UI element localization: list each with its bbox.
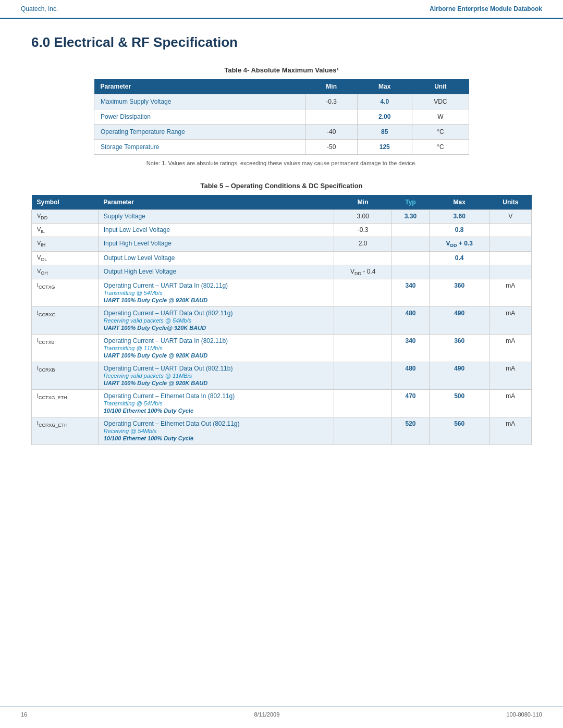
table5-param: Operating Current – UART Data In (802.11… [98, 279, 334, 307]
table-row: Maximum Supply Voltage-0.34.0VDC [94, 94, 469, 109]
table4-min: -50 [305, 140, 357, 155]
table-row: ICCTXGOperating Current – UART Data In (… [32, 279, 532, 307]
table4-unit: °C [412, 140, 469, 155]
footer-page-number: 16 [21, 711, 27, 718]
table5-symbol: ICCRXG_ETH [32, 417, 99, 445]
table5-param: Operating Current – Ethernet Data In (80… [98, 390, 334, 417]
table5-units: mA [489, 307, 531, 335]
table5-units: V [489, 210, 531, 224]
table5-min [334, 251, 392, 265]
table4-col-min: Min [305, 79, 357, 94]
table5-typ: 520 [392, 417, 429, 445]
table5-param: Operating Current – UART Data Out (802.1… [98, 307, 334, 335]
table5-units: mA [489, 335, 531, 362]
table5-param: Operating Current – UART Data Out (802.1… [98, 362, 334, 390]
table5-min: 2.0 [334, 237, 392, 251]
table5-max: 490 [429, 362, 489, 390]
table-row: ICCTXG_ETHOperating Current – Ethernet D… [32, 390, 532, 417]
table5-typ [392, 224, 429, 237]
table5-min [334, 390, 392, 417]
table5-min [334, 307, 392, 335]
table-row: Operating Temperature Range-4085°C [94, 125, 469, 140]
table4-max: 2.00 [357, 109, 412, 125]
table5-max: 0.8 [429, 224, 489, 237]
header-title: Airborne Enterprise Module Databook [430, 5, 542, 13]
table4: Parameter Min Max Unit Maximum Supply Vo… [94, 79, 469, 155]
page-header: Quatech, Inc. Airborne Enterprise Module… [0, 0, 563, 19]
table5-param: Output Low Level Voltage [98, 251, 334, 265]
table5-typ: 340 [392, 335, 429, 362]
table-row: ICCTXBOperating Current – UART Data In (… [32, 335, 532, 362]
table5-max: 490 [429, 307, 489, 335]
table5-col-max: Max [429, 195, 489, 210]
table5-min [334, 417, 392, 445]
table5-min [334, 335, 392, 362]
table5-symbol: ICCRXB [32, 362, 99, 390]
table5-col-min: Min [334, 195, 392, 210]
table5-param: Input Low Level Voltage [98, 224, 334, 237]
table5-max: 3.60 [429, 210, 489, 224]
table5-units [489, 224, 531, 237]
table-row: VIHInput High Level Voltage2.0VDD + 0.3 [32, 237, 532, 251]
table5-typ: 470 [392, 390, 429, 417]
table-row: VILInput Low Level Voltage-0.30.8 [32, 224, 532, 237]
table5-max: 500 [429, 390, 489, 417]
table5-units [489, 237, 531, 251]
table5-symbol: VIL [32, 224, 99, 237]
table4-col-param: Parameter [94, 79, 306, 94]
table5-min: -0.3 [334, 224, 392, 237]
table4-min: -40 [305, 125, 357, 140]
page: Quatech, Inc. Airborne Enterprise Module… [0, 0, 563, 728]
table-row: ICCRXBOperating Current – UART Data Out … [32, 362, 532, 390]
table4-max: 4.0 [357, 94, 412, 109]
table4-param: Power Dissipation [94, 109, 306, 125]
table5-units [489, 251, 531, 265]
table5-typ [392, 251, 429, 265]
table5-typ: 340 [392, 279, 429, 307]
table5-param: Supply Voltage [98, 210, 334, 224]
table5-param: Input High Level Voltage [98, 237, 334, 251]
table4-unit: W [412, 109, 469, 125]
table5-wrapper: Table 5 – Operating Conditions & DC Spec… [31, 182, 532, 445]
table5-symbol: VOH [32, 265, 99, 279]
table5-units: mA [489, 362, 531, 390]
footer-doc-number: 100-8080-110 [506, 711, 542, 718]
table5-param: Operating Current – Ethernet Data Out (8… [98, 417, 334, 445]
table5-min: 3.00 [334, 210, 392, 224]
table5-col-typ: Typ [392, 195, 429, 210]
table5-symbol: VDD [32, 210, 99, 224]
table5-min: VDD - 0.4 [334, 265, 392, 279]
table5-col-units: Units [489, 195, 531, 210]
table5-typ [392, 265, 429, 279]
table-row: VDDSupply Voltage3.003.303.60V [32, 210, 532, 224]
table5-header-row: Symbol Parameter Min Typ Max Units [32, 195, 532, 210]
header-company: Quatech, Inc. [21, 5, 58, 13]
table4-max: 85 [357, 125, 412, 140]
table5-units [489, 265, 531, 279]
table5-max [429, 265, 489, 279]
page-footer: 16 8/11/2009 100-8080-110 [0, 707, 563, 718]
table5-units: mA [489, 390, 531, 417]
table4-title: Table 4- Absolute Maximum Values¹ [94, 66, 469, 74]
table5-units: mA [489, 417, 531, 445]
table4-wrapper: Table 4- Absolute Maximum Values¹ Parame… [94, 66, 469, 155]
table5-max: 360 [429, 335, 489, 362]
table5-max: 0.4 [429, 251, 489, 265]
table-row: ICCRXGOperating Current – UART Data Out … [32, 307, 532, 335]
table5-min [334, 362, 392, 390]
table5-symbol: ICCTXB [32, 335, 99, 362]
table4-min [305, 109, 357, 125]
table5-typ: 480 [392, 362, 429, 390]
table4-unit: °C [412, 125, 469, 140]
table4-note: Note: 1. Values are absolute ratings, ex… [31, 160, 532, 166]
main-content: 6.0 Electrical & RF Specification Table … [0, 19, 563, 476]
table5-symbol: ICCRXG [32, 307, 99, 335]
table5-symbol: ICCTXG [32, 279, 99, 307]
table5-col-symbol: Symbol [32, 195, 99, 210]
table4-col-unit: Unit [412, 79, 469, 94]
table4-unit: VDC [412, 94, 469, 109]
table5-symbol: ICCTXG_ETH [32, 390, 99, 417]
table4-max: 125 [357, 140, 412, 155]
table5-max: 360 [429, 279, 489, 307]
table5-param: Operating Current – UART Data In (802.11… [98, 335, 334, 362]
